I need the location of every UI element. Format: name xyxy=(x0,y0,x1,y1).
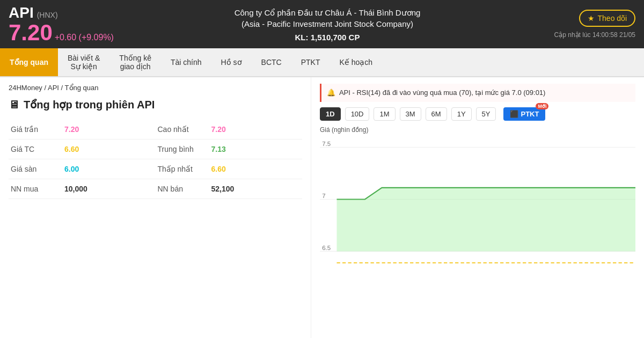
alert-box: 🔔 API - RSI(14) đã đi vào vùng quá mua (… xyxy=(320,84,635,102)
company-info: Công ty Cổ phần Đầu tư Châu Á - Thái Bìn… xyxy=(137,7,517,42)
gia-tran-label: Giá trần xyxy=(9,120,62,139)
tab-thong-ke[interactable]: Thống kêgiao dịch xyxy=(109,48,161,76)
page-header: API (HNX) 7.20 +0.60 (+9.09%) Công ty Cổ… xyxy=(0,0,644,48)
svg-text:6.5: 6.5 xyxy=(322,244,331,251)
left-panel: 24HMoney / API / Tổng quan 🖥 Tổng hợp tr… xyxy=(0,77,311,338)
period-6m[interactable]: 6M xyxy=(426,107,447,121)
breadcrumb-home[interactable]: 24HMoney xyxy=(9,84,45,92)
update-time: Cập nhật lúc 14:00:58 21/05 xyxy=(554,31,635,39)
table-row: Giá sàn 6.00 Thấp nhất 6.60 xyxy=(9,159,302,179)
gia-tc-value: 6.60 xyxy=(62,139,156,159)
ticker-symbol: API xyxy=(9,4,34,21)
period-1y[interactable]: 1Y xyxy=(451,107,472,121)
moi-badge: Mới xyxy=(536,103,548,109)
period-5y[interactable]: 5Y xyxy=(476,107,496,121)
svg-marker-7 xyxy=(337,188,636,251)
ticker-info: API (HNX) 7.20 +0.60 (+9.09%) xyxy=(9,4,127,44)
period-buttons: 1D 10D 1M 3M 6M 1Y 5Y ⬛ PTKT Mới xyxy=(320,107,635,121)
company-name: Công ty Cổ phần Đầu tư Châu Á - Thái Bìn… xyxy=(235,7,421,30)
trung-binh-value: 7.13 xyxy=(209,139,303,159)
nn-mua-value: 10,000 xyxy=(62,179,156,199)
svg-text:7.5: 7.5 xyxy=(322,140,331,147)
chart-y-label: Giá (nghìn đồng) xyxy=(320,126,635,134)
breadcrumb-ticker[interactable]: API xyxy=(48,84,61,92)
gia-san-label: Giá sàn xyxy=(9,159,62,179)
alert-text: API - RSI(14) đã đi vào vùng quá mua (70… xyxy=(339,89,546,97)
star-icon: ★ xyxy=(588,14,595,23)
price-chart: 7.5 7 6.5 xyxy=(320,136,635,286)
kl-info: KL: 1,510,700 CP xyxy=(295,33,360,42)
tab-tai-chinh[interactable]: Tài chính xyxy=(161,48,211,76)
alert-icon: 🔔 xyxy=(327,89,335,97)
table-row: Giá trần 7.20 Cao nhất 7.20 xyxy=(9,120,302,139)
chart-container: Giá (nghìn đồng) 7.5 7 6.5 xyxy=(320,126,635,298)
main-content: 24HMoney / API / Tổng quan 🖥 Tổng hợp tr… xyxy=(0,77,644,338)
tab-tong-quan[interactable]: Tổng quan xyxy=(0,48,58,76)
tab-bctc[interactable]: BCTC xyxy=(252,48,291,76)
theo-doi-button[interactable]: ★ Theo dõi xyxy=(579,10,635,27)
nav-tabs: Tổng quan Bài viết &Sự kiện Thống kêgiao… xyxy=(0,48,644,77)
period-1m[interactable]: 1M xyxy=(374,107,395,121)
thap-nhat-label: Thấp nhất xyxy=(156,159,209,179)
thap-nhat-value: 6.60 xyxy=(209,159,303,179)
svg-text:7: 7 xyxy=(322,192,325,199)
breadcrumb: 24HMoney / API / Tổng quan xyxy=(9,84,302,92)
table-row: Giá TC 6.60 Trung bình 7.13 xyxy=(9,139,302,159)
stock-data-table: Giá trần 7.20 Cao nhất 7.20 Giá TC 6.60 … xyxy=(9,120,302,199)
section-title: 🖥 Tổng hợp trong phiên API xyxy=(9,98,302,111)
table-row: NN mua 10,000 NN bán 52,100 xyxy=(9,179,302,199)
section-icon: 🖥 xyxy=(9,99,19,111)
period-1d[interactable]: 1D xyxy=(320,107,341,121)
nn-ban-label: NN bán xyxy=(156,179,209,199)
period-10d[interactable]: 10D xyxy=(345,107,370,121)
ptkt-icon: ⬛ xyxy=(510,110,518,118)
cao-nhat-label: Cao nhất xyxy=(156,120,209,139)
ticker-exchange: (HNX) xyxy=(37,11,58,19)
gia-tc-label: Giá TC xyxy=(9,139,62,159)
ticker-price: 7.20 xyxy=(9,20,53,45)
header-actions: ★ Theo dõi Cập nhật lúc 14:00:58 21/05 xyxy=(528,10,635,39)
nn-mua-label: NN mua xyxy=(9,179,62,199)
trung-binh-label: Trung bình xyxy=(156,139,209,159)
cao-nhat-value: 7.20 xyxy=(209,120,303,139)
gia-san-value: 6.00 xyxy=(62,159,156,179)
theo-doi-label: Theo dõi xyxy=(598,14,627,23)
ticker-change: +0.60 (+9.09%) xyxy=(55,33,114,42)
right-panel: 🔔 API - RSI(14) đã đi vào vùng quá mua (… xyxy=(311,77,644,338)
ptkt-label: PTKT xyxy=(521,110,539,118)
tab-ho-so[interactable]: Hồ sơ xyxy=(211,48,252,76)
period-3m[interactable]: 3M xyxy=(400,107,421,121)
breadcrumb-current: Tổng quan xyxy=(65,84,99,92)
tab-bai-viet[interactable]: Bài viết &Sự kiện xyxy=(58,48,109,76)
ptkt-button[interactable]: ⬛ PTKT Mới xyxy=(503,107,545,121)
tab-ptkt[interactable]: PTKT xyxy=(291,48,330,76)
gia-tran-value: 7.20 xyxy=(62,120,156,139)
nn-ban-value: 52,100 xyxy=(209,179,303,199)
tab-ke-hoach[interactable]: Kế hoạch xyxy=(330,48,382,76)
